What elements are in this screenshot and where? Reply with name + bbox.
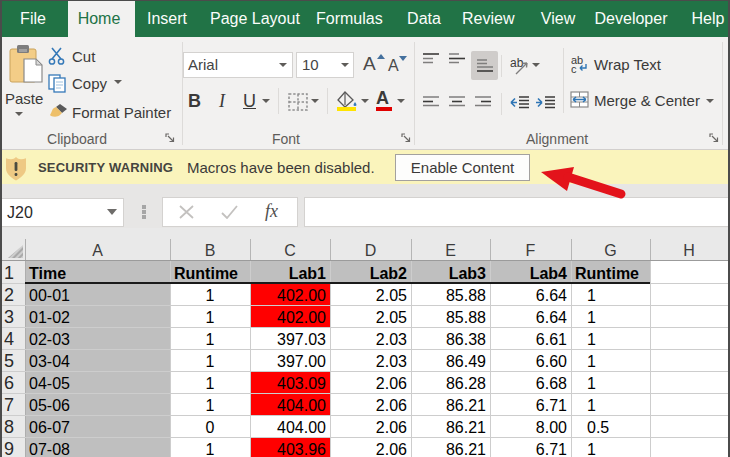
- svg-text:c: c: [571, 63, 577, 73]
